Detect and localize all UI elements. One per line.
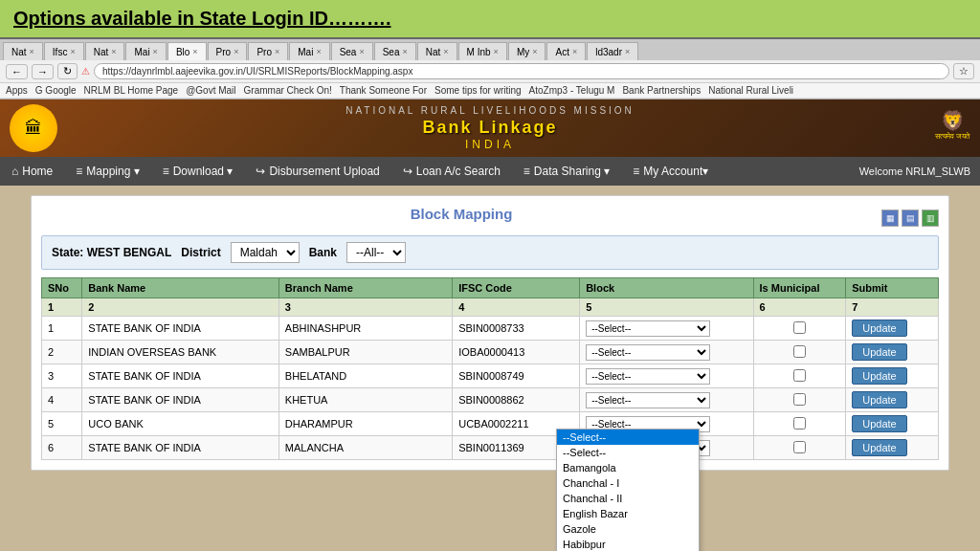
dropdown-option[interactable]: Gazole [557, 521, 699, 537]
browser-tab[interactable]: ld3adr × [587, 42, 638, 60]
bookmark-item[interactable]: Apps [6, 85, 28, 96]
district-select[interactable]: Maldah [231, 242, 300, 263]
cell-municipal[interactable] [753, 388, 846, 412]
bookmark-item[interactable]: Thank Someone For [340, 85, 427, 96]
browser-tab[interactable]: Ifsc × [44, 42, 84, 60]
bookmark-item[interactable]: G Google [35, 85, 77, 96]
browser-tab[interactable]: Blo × [167, 42, 207, 60]
bookmark-item[interactable]: National Rural Liveli [708, 85, 793, 96]
cell-submit[interactable]: Update [846, 364, 939, 388]
panel-icon-blue2[interactable]: ▤ [902, 209, 919, 227]
update-button-2[interactable]: Update [852, 343, 906, 361]
cell-block[interactable]: --Select--BamangolaChanchal - IChanchal … [580, 341, 753, 364]
dropdown-option[interactable]: Chanchal - II [557, 491, 699, 506]
cell-bank-name: STATE BANK OF INDIA [82, 388, 279, 412]
update-button-4[interactable]: Update [852, 391, 906, 408]
cell-bank-name: UCO BANK [82, 412, 279, 436]
cell-submit[interactable]: Update [846, 412, 939, 436]
browser-tab[interactable]: Pro × [208, 42, 248, 60]
cell-submit[interactable]: Update [846, 317, 939, 341]
forward-button[interactable]: → [32, 64, 54, 79]
back-button[interactable]: ← [6, 64, 28, 79]
municipal-checkbox[interactable] [793, 321, 806, 334]
browser-chrome: Nat ×Ifsc ×Nat ×Mai ×Blo ×Pro ×Pro ×Mai … [0, 39, 980, 99]
browser-tab[interactable]: Nat × [85, 42, 125, 60]
browser-tab[interactable]: Mai × [125, 42, 166, 60]
dropdown-option[interactable]: Habibpur [557, 537, 699, 551]
cell-municipal[interactable] [753, 412, 846, 436]
dropdown-option[interactable]: Chanchal - I [557, 475, 699, 491]
nav-data-sharing[interactable]: ≡ Data Sharing ▾ [512, 157, 621, 186]
nav-loan-search[interactable]: ↪ Loan A/c Search [391, 157, 512, 186]
cell-block[interactable]: --Select--BamangolaChanchal - IChanchal … [580, 317, 753, 341]
browser-tab[interactable]: M Inb × [458, 42, 507, 60]
cell-block[interactable]: --Select--BamangolaChanchal - IChanchal … [580, 364, 753, 388]
update-button-6[interactable]: Update [852, 439, 906, 456]
col-header-ifsc: IFSC Code [453, 278, 580, 298]
table-row: 4STATE BANK OF INDIAKHETUASBIN0008862--S… [42, 388, 939, 412]
block-select-2[interactable]: --Select--BamangolaChanchal - IChanchal … [586, 344, 710, 361]
block-dropdown-overlay: --Select----Select--BamangolaChanchal - … [556, 429, 700, 551]
nav-home[interactable]: ⌂ Home [0, 157, 64, 186]
reload-button[interactable]: ↻ [57, 63, 78, 79]
nav-bar: ⌂ Home ≡ Mapping ▾ ≡ Download ▾ ↪ Disbur… [0, 157, 980, 186]
cell-municipal[interactable] [753, 341, 846, 364]
cell-bank-name: STATE BANK OF INDIA [82, 364, 279, 388]
bookmark-item[interactable]: @Govt Mail [186, 85, 235, 96]
municipal-checkbox[interactable] [793, 345, 806, 358]
nav-my-account[interactable]: ≡ My Account▾ [621, 157, 720, 186]
browser-tab[interactable]: My × [508, 42, 546, 60]
cell-block[interactable]: --Select--BamangolaChanchal - IChanchal … [580, 388, 753, 412]
nav-disbursement[interactable]: ↪ Disbursement Upload [244, 157, 390, 186]
block-select-4[interactable]: --Select--BamangolaChanchal - IChanchal … [586, 392, 710, 408]
municipal-checkbox[interactable] [793, 417, 806, 430]
cell-submit[interactable]: Update [846, 388, 939, 412]
bookmark-button[interactable]: ☆ [953, 63, 974, 79]
browser-tab[interactable]: Nat × [417, 42, 457, 60]
cell-submit[interactable]: Update [846, 341, 939, 364]
site-header-text: NATIONAL RURAL LIVELIHOODS MISSION Bank … [345, 105, 635, 151]
cell-branch-name: SAMBALPUR [278, 341, 452, 364]
browser-tab[interactable]: Act × [546, 42, 586, 60]
panel-title: Block Mapping [41, 206, 881, 222]
browser-tab[interactable]: Sea × [374, 42, 416, 60]
nav-mapping[interactable]: ≡ Mapping ▾ [64, 157, 150, 186]
cell-municipal[interactable] [753, 364, 846, 388]
cell-branch-name: ABHINASHPUR [278, 317, 452, 341]
nav-download[interactable]: ≡ Download ▾ [151, 157, 245, 186]
cell-ifsc-code: IOBA0000413 [453, 341, 580, 364]
block-select-3[interactable]: --Select--BamangolaChanchal - IChanchal … [586, 368, 710, 385]
sharing-icon: ≡ [523, 165, 530, 178]
update-button-5[interactable]: Update [852, 415, 906, 432]
browser-tab[interactable]: Sea × [331, 42, 373, 60]
municipal-checkbox[interactable] [793, 441, 806, 453]
municipal-checkbox[interactable] [793, 369, 806, 382]
cell-municipal[interactable] [753, 436, 846, 460]
browser-tab[interactable]: Nat × [3, 42, 43, 60]
panel-icon-green[interactable]: ▥ [922, 209, 939, 227]
municipal-checkbox[interactable] [793, 393, 806, 406]
dropdown-option[interactable]: --Select-- [557, 430, 699, 445]
address-bar[interactable] [94, 63, 949, 79]
bookmark-item[interactable]: NRLM BL Home Page [84, 85, 179, 96]
disbursement-icon: ↪ [256, 165, 265, 178]
dropdown-option[interactable]: English Bazar [557, 506, 699, 521]
block-select-1[interactable]: --Select--BamangolaChanchal - IChanchal … [586, 320, 710, 337]
bookmark-item[interactable]: AtoZmp3 - Telugu M [529, 85, 615, 96]
table-header-row: SNo Bank Name Branch Name IFSC Code Bloc… [42, 278, 939, 298]
update-button-3[interactable]: Update [852, 367, 906, 385]
bank-label: Bank [309, 246, 337, 259]
dropdown-option[interactable]: --Select-- [557, 445, 699, 460]
bank-select[interactable]: --All-- [346, 242, 406, 263]
table-container: SNo Bank Name Branch Name IFSC Code Bloc… [41, 277, 939, 460]
bookmark-item[interactable]: Bank Partnerships [622, 85, 701, 96]
panel-icon-blue1[interactable]: ▦ [881, 209, 899, 227]
browser-tab[interactable]: Pro × [248, 42, 288, 60]
dropdown-option[interactable]: Bamangola [557, 460, 699, 475]
cell-municipal[interactable] [753, 317, 846, 341]
cell-submit[interactable]: Update [846, 436, 939, 460]
update-button-1[interactable]: Update [852, 320, 906, 337]
bookmark-item[interactable]: Grammar Check On! [244, 85, 332, 96]
browser-tab[interactable]: Mai × [289, 42, 329, 60]
bookmark-item[interactable]: Some tips for writing [434, 85, 522, 96]
